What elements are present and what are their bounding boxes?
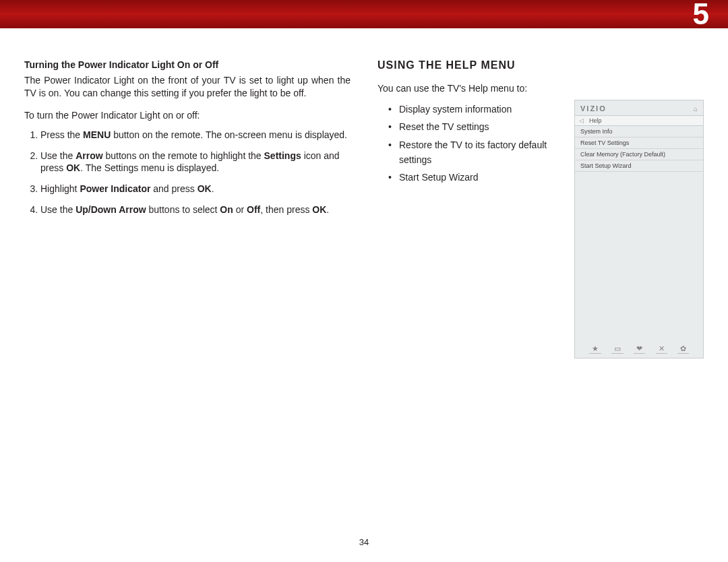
- intro-paragraph: The Power Indicator Light on the front o…: [24, 74, 351, 100]
- help-bullets: Display system information Reset the TV …: [377, 102, 558, 185]
- top-bar: 5: [0, 0, 728, 28]
- step-item: Press the MENU button on the remote. The…: [40, 129, 351, 142]
- tv-menu-header: VIZIO ⌂: [575, 100, 703, 115]
- tv-menu-screenshot: VIZIO ⌂ ◁ Help System Info Reset TV Sett…: [574, 100, 704, 358]
- bullet-item: Display system information: [390, 102, 558, 117]
- help-intro: You can use the TV's Help menu to:: [377, 82, 558, 95]
- back-arrow-icon: ◁: [579, 117, 584, 124]
- home-icon: ⌂: [694, 105, 698, 113]
- step-item: Use the Up/Down Arrow buttons to select …: [40, 204, 351, 216]
- star-icon: ★: [589, 345, 601, 354]
- bullet-item: Reset the TV settings: [390, 119, 558, 134]
- right-column: Using the Help Menu You can use the TV's…: [377, 59, 704, 358]
- vizio-logo: VIZIO: [580, 104, 607, 113]
- section-title: Using the Help Menu: [377, 59, 558, 71]
- breadcrumb-label: Help: [589, 117, 602, 124]
- tv-menu-item: System Info: [575, 126, 703, 137]
- bullet-item: Start Setup Wizard: [390, 170, 558, 185]
- bullet-item: Restore the TV to its factory default se…: [390, 137, 558, 168]
- steps-intro: To turn the Power Indicator Light on or …: [24, 109, 351, 122]
- tv-menu-item: Reset TV Settings: [575, 137, 703, 149]
- close-icon: ✕: [656, 345, 667, 354]
- tv-footer-icons: ★ ▭ ❤ ✕ ✿: [575, 345, 703, 354]
- subheading: Turning the Power Indicator Light On or …: [24, 59, 351, 70]
- rect-icon: ▭: [611, 345, 624, 354]
- tv-menu-item: Clear Memory (Factory Default): [575, 149, 703, 160]
- step-item: Highlight Power Indicator and press OK.: [40, 183, 351, 195]
- chapter-number: 5: [693, 0, 709, 31]
- v-icon: ❤: [634, 345, 645, 354]
- step-item: Use the Arrow buttons on the remote to h…: [40, 150, 351, 175]
- page-number: 34: [0, 537, 728, 547]
- left-column: Turning the Power Indicator Light On or …: [24, 59, 351, 358]
- tv-menu-item: Start Setup Wizard: [575, 160, 703, 172]
- gear-icon: ✿: [677, 345, 689, 354]
- tv-breadcrumb: ◁ Help: [575, 115, 703, 126]
- steps-list: Press the MENU button on the remote. The…: [24, 129, 351, 216]
- page-content: Turning the Power Indicator Light On or …: [0, 28, 728, 358]
